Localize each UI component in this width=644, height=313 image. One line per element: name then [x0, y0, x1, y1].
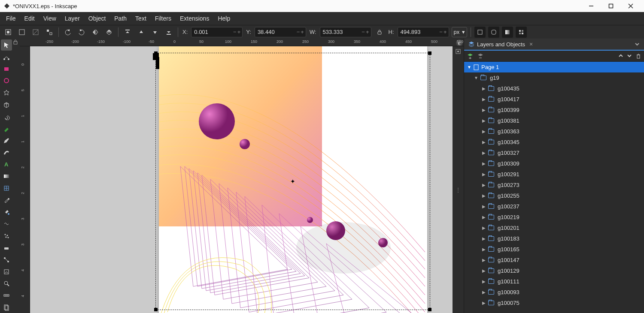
chevron-right-icon[interactable]: ▶ [481, 226, 486, 230]
tree-row[interactable]: ▶g100219 [464, 212, 644, 223]
tree-row[interactable]: ▶g100273 [464, 180, 644, 190]
h-input[interactable] [398, 29, 424, 35]
object-tree[interactable]: ▼ Page 1 ▼ g19 ▶g100435▶g100417▶g100399▶… [464, 62, 644, 313]
tree-row[interactable]: ▶g100147 [464, 255, 644, 265]
chevron-right-icon[interactable]: ▶ [481, 118, 486, 123]
resize-handle-e[interactable] [156, 63, 159, 69]
pages-tool-icon[interactable] [1, 302, 12, 313]
x-input[interactable] [191, 29, 217, 35]
panel-menu-icon[interactable] [635, 42, 640, 47]
gradient-tool-icon[interactable] [1, 171, 12, 182]
box3d-tool-icon[interactable] [1, 99, 12, 110]
snap-toggle-icon[interactable] [455, 48, 462, 55]
menu-layer[interactable]: Layer [61, 13, 84, 24]
tree-row-group[interactable]: ▼ g19 [464, 72, 644, 83]
chevron-right-icon[interactable]: ▶ [481, 86, 486, 91]
vertical-ruler[interactable]: 05112233445 [20, 46, 30, 313]
minus-icon[interactable]: − [233, 29, 237, 35]
node-tool-icon[interactable] [1, 51, 12, 63]
tree-row[interactable]: ▶g100111 [464, 276, 644, 287]
chevron-right-icon[interactable]: ▶ [481, 258, 486, 262]
chevron-right-icon[interactable]: ▶ [481, 215, 486, 220]
tree-row[interactable]: ▶g100291 [464, 169, 644, 180]
canvas[interactable]: ✦ [30, 46, 453, 313]
tree-row[interactable]: ▶g100309 [464, 158, 644, 169]
connector-tool-icon[interactable] [1, 254, 12, 265]
dropper-tool-icon[interactable] [1, 195, 12, 206]
plus-icon[interactable]: + [366, 29, 369, 35]
minus-icon[interactable]: − [297, 29, 300, 35]
panel-tab[interactable]: Layers and Objects × [464, 39, 644, 51]
tree-row[interactable]: ▶g100093 [464, 287, 644, 298]
tweak-tool-icon[interactable] [1, 218, 12, 229]
chevron-right-icon[interactable]: ▶ [481, 236, 486, 241]
chevron-right-icon[interactable]: ▶ [481, 290, 486, 295]
x-field[interactable]: −+ [191, 27, 243, 37]
y-field[interactable]: −+ [255, 27, 306, 37]
h-field[interactable]: −+ [398, 27, 449, 37]
resize-handle-sw[interactable] [154, 308, 158, 311]
minus-icon[interactable]: − [439, 29, 443, 35]
flip-vertical-icon[interactable] [103, 27, 115, 38]
chevron-right-icon[interactable]: ▶ [481, 97, 486, 102]
collapse-icon[interactable] [618, 53, 623, 59]
expand-icon[interactable] [627, 53, 632, 59]
w-input[interactable] [320, 29, 346, 35]
resize-handle-se[interactable] [428, 308, 431, 311]
panel-grip-icon[interactable]: ⋮ [456, 187, 461, 193]
tree-row[interactable]: ▶g100075 [464, 298, 644, 308]
eraser-tool-icon[interactable] [1, 242, 12, 253]
menu-file[interactable]: File [2, 13, 20, 24]
resize-handle-n[interactable] [153, 53, 159, 57]
menu-filters[interactable]: Filters [151, 13, 176, 24]
pencil-tool-icon[interactable] [1, 135, 12, 146]
mesh-tool-icon[interactable] [1, 183, 12, 194]
y-input[interactable] [255, 29, 281, 35]
menu-object[interactable]: Object [84, 13, 110, 24]
delete-icon[interactable] [635, 53, 641, 59]
chevron-right-icon[interactable]: ▶ [481, 140, 486, 144]
pen-tool-icon[interactable] [1, 123, 12, 134]
chevron-right-icon[interactable]: ▶ [481, 161, 486, 166]
star-tool-icon[interactable] [1, 87, 12, 98]
rotate-cw-icon[interactable] [76, 27, 87, 38]
spray-tool-icon[interactable] [1, 230, 12, 241]
menu-path[interactable]: Path [110, 13, 131, 24]
ellipse-tool-icon[interactable] [1, 75, 12, 86]
spiral-tool-icon[interactable] [1, 111, 12, 122]
close-button[interactable] [621, 0, 641, 12]
chevron-right-icon[interactable]: ▶ [481, 150, 486, 155]
transform-corners-icon[interactable] [488, 27, 499, 38]
tree-row[interactable]: ▶g100435 [464, 83, 644, 94]
raise-top-icon[interactable] [122, 27, 133, 38]
tree-row[interactable]: ▶g100327 [464, 147, 644, 158]
menu-text[interactable]: Text [131, 13, 151, 24]
tree-row[interactable]: ▶g100129 [464, 265, 644, 276]
flip-horizontal-icon[interactable] [90, 27, 101, 38]
chevron-right-icon[interactable]: ▶ [481, 172, 486, 177]
chevron-down-icon[interactable]: ▼ [474, 75, 479, 80]
lock-aspect-icon[interactable] [374, 27, 385, 38]
tree-row[interactable]: ▶g100183 [464, 233, 644, 244]
resize-handle-w[interactable] [156, 57, 159, 63]
chevron-right-icon[interactable]: ▶ [481, 279, 486, 284]
lower-bottom-icon[interactable] [163, 27, 174, 38]
chevron-right-icon[interactable]: ▶ [481, 268, 486, 273]
calligraphy-tool-icon[interactable] [1, 147, 12, 158]
tree-row[interactable]: ▶g100201 [464, 223, 644, 233]
chevron-right-icon[interactable]: ▶ [481, 301, 486, 305]
paint-bucket-tool-icon[interactable] [1, 207, 12, 218]
tree-row[interactable]: ▶g100165 [464, 244, 644, 255]
rotate-ccw-icon[interactable] [62, 27, 73, 38]
lock-icon[interactable] [13, 39, 20, 45]
menu-extensions[interactable]: Extensions [176, 13, 213, 24]
menu-edit[interactable]: Edit [20, 13, 39, 24]
tree-row[interactable]: ▶g100237 [464, 201, 644, 212]
chevron-right-icon[interactable]: ▶ [481, 108, 486, 112]
tree-row[interactable]: ▶g100399 [464, 105, 644, 115]
lower-icon[interactable] [149, 27, 161, 38]
resize-handle-ne[interactable] [428, 51, 431, 55]
minimize-button[interactable] [581, 0, 601, 12]
chevron-right-icon[interactable]: ▶ [481, 193, 486, 198]
raise-icon[interactable] [136, 27, 147, 38]
